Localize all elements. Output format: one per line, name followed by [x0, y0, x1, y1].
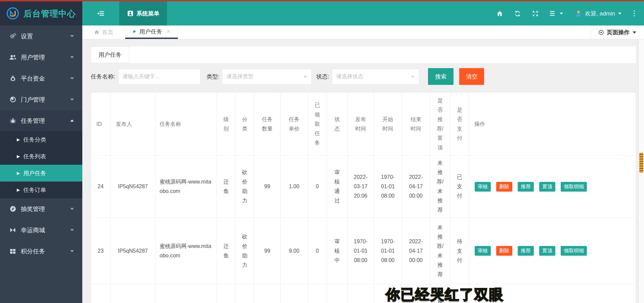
tab-strip: 首页 用户任务 × 页面操作 [82, 26, 644, 39]
cell-operations: 审核 删除 推荐 置顶 领取明细 [469, 218, 636, 284]
cell-recommend: 未推荐/未推荐 [430, 156, 450, 218]
cell-publisher [111, 284, 156, 303]
cell-price: 1.00 [281, 156, 308, 218]
cell-level [217, 284, 235, 303]
tab-home[interactable]: 首页 [82, 26, 125, 39]
sidebar-item-task-management[interactable]: 任务管理 [0, 110, 82, 131]
brand-title: 后台管理中心 [24, 8, 76, 19]
sidebar-subitem-task-orders[interactable]: ▶ 任务订单 [0, 182, 82, 198]
col-publisher: 发布人 [111, 93, 156, 156]
tasks-table: ID 发布人 任务名称 级别 分类 任务数量 任务单价 已领取任务 状态 发布时… [91, 92, 636, 303]
table-row: 24 IP5qN54287 蜜桃源码网-www.mitaobo.com 迁鱼 砍… [91, 156, 636, 218]
sidebar-item-label: 抽奖管理 [21, 205, 45, 213]
main-content: 用户任务 任务名称: 类型: 请选择类型 状态: 请选择状态 搜索 清空 [82, 39, 644, 303]
cell-publisher: IP5qN54287 [111, 218, 156, 284]
kebab-icon[interactable] [633, 10, 635, 17]
tab-user-tasks[interactable]: 用户任务 × [125, 26, 178, 39]
page-operations-button[interactable]: 页面操作 [591, 26, 644, 39]
top-red-line [0, 0, 644, 1]
cell-category: 砍价助力 [235, 156, 254, 218]
cell-claimed: 0 [308, 218, 327, 284]
chevron-up-icon [70, 118, 74, 123]
sidebar-item-portal-management[interactable]: 门户管理 [0, 89, 82, 110]
filter-bar: 任务名称: 类型: 请选择类型 状态: 请选择状态 搜索 清空 [91, 68, 644, 85]
cell-id: 23 [91, 218, 111, 284]
sidebar-item-user-management[interactable]: 用户管理 [0, 47, 82, 68]
cell-publisher: IP5qN54287 [111, 156, 156, 218]
home-icon[interactable] [497, 10, 503, 17]
cell-id: 24 [91, 156, 111, 218]
video-subtitle: 你已经哭红了双眼 [386, 285, 504, 303]
refresh-icon[interactable] [514, 10, 521, 17]
status-select[interactable]: 请选择状态 [332, 69, 419, 85]
scrollbar-thumb[interactable] [639, 153, 643, 173]
task-name-label: 任务名称: [91, 73, 115, 81]
fullscreen-icon[interactable] [532, 10, 539, 17]
audit-button[interactable]: 审核 [475, 246, 491, 256]
table-header-row: ID 发布人 任务名称 级别 分类 任务数量 任务单价 已领取任务 状态 发布时… [91, 93, 636, 156]
type-select[interactable]: 请选择类型 [222, 69, 312, 85]
sidebar-subitem-user-tasks[interactable]: ▶ 用户任务 [0, 165, 82, 182]
cell-count [254, 284, 281, 303]
cell-task-name: 蜜桃源码网-www.mitaobo.com [156, 156, 217, 218]
col-level: 级别 [217, 93, 235, 156]
delete-button[interactable]: 删除 [496, 182, 512, 192]
pin-top-button[interactable]: 置顶 [539, 246, 555, 256]
sidebar-subitem-task-category[interactable]: ▶ 任务分类 [0, 131, 82, 148]
sidebar-item-settings[interactable]: 设置 [0, 26, 82, 47]
cell-level: 迁鱼 [217, 218, 235, 284]
home-icon [94, 30, 99, 35]
task-name-input[interactable] [118, 69, 201, 85]
cell-status: 审核通过 [327, 156, 348, 218]
recommend-button[interactable]: 推荐 [518, 246, 534, 256]
panel-header: 用户任务 [91, 46, 636, 63]
type-label: 类型: [207, 73, 220, 81]
close-icon[interactable]: × [167, 28, 170, 35]
grid-icon [9, 248, 16, 255]
claim-detail-button[interactable]: 领取明细 [561, 246, 587, 256]
col-count: 任务数量 [254, 93, 281, 156]
col-end-time: 结束时间 [402, 93, 430, 156]
cell-claimed [308, 284, 327, 303]
brand: 后台管理中心 [0, 1, 82, 26]
sidebar-item-lucky-mall[interactable]: 幸运商城 [0, 219, 82, 241]
sidebar-item-label: 幸运商城 [21, 226, 45, 234]
gears-icon [9, 33, 16, 40]
subitem-label: 任务列表 [23, 153, 46, 160]
sidebar: 设置 用户管理 平台资金 [0, 26, 82, 303]
delete-button[interactable]: 删除 [496, 246, 512, 256]
cell-paid: 已支付 [450, 156, 469, 218]
cell-operations: 审核 删除 推荐 置顶 领取明细 [469, 156, 636, 218]
recommend-button[interactable]: 推荐 [518, 182, 534, 192]
subtitle-text-leading: 你已经哭红了 [386, 287, 474, 302]
cell-level: 迁鱼 [217, 156, 235, 218]
collapse-menu-icon[interactable] [82, 1, 119, 26]
subitem-label: 用户任务 [23, 169, 46, 177]
sidebar-subitem-task-list[interactable]: ▶ 任务列表 [0, 148, 82, 165]
panel-tab-user-tasks[interactable]: 用户任务 [91, 46, 129, 63]
search-button[interactable]: 搜索 [428, 68, 454, 85]
sidebar-item-platform-funds[interactable]: 平台资金 [0, 68, 82, 89]
cell-start-time: 1970-01-01 08:00 [374, 218, 402, 284]
caret-right-icon: ▶ [17, 171, 20, 175]
audit-button[interactable]: 审核 [475, 182, 491, 192]
pin-top-button[interactable]: 置顶 [539, 182, 555, 192]
col-task-name: 任务名称 [156, 93, 217, 156]
chevron-down-icon [70, 76, 74, 81]
cell-category [235, 284, 254, 303]
tab-home-label: 首页 [102, 29, 114, 36]
cell-category: 砍价助力 [235, 218, 254, 284]
claim-detail-button[interactable]: 领取明细 [561, 182, 587, 192]
subitem-label: 任务分类 [23, 136, 46, 144]
sidebar-item-label: 任务管理 [21, 117, 45, 125]
sidebar-item-lottery-management[interactable]: 抽奖管理 [0, 198, 82, 219]
hamburger-caret-icon[interactable] [550, 11, 563, 16]
user-menu[interactable]: 欢迎, admin [575, 10, 622, 17]
system-menu-button[interactable]: 系统菜单 [119, 1, 167, 26]
cell-paid: 待支付 [450, 218, 469, 284]
cell-status [327, 284, 348, 303]
sidebar-item-points-tasks[interactable]: 积分任务 [0, 241, 82, 262]
clear-button[interactable]: 清空 [459, 68, 484, 85]
cell-count: 99 [254, 156, 281, 218]
sidebar-item-label: 积分任务 [21, 247, 45, 255]
